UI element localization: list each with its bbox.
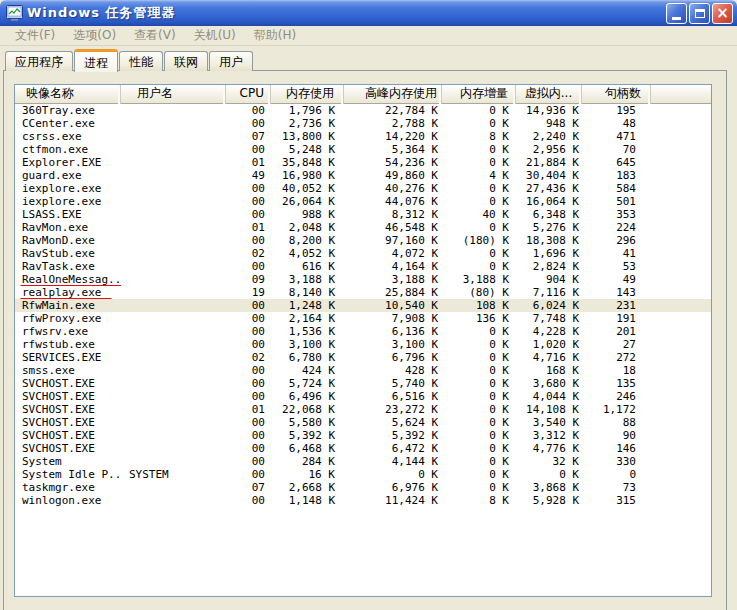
cell-cpu: 00 bbox=[226, 416, 271, 429]
table-row[interactable]: iexplore.exe0040,052 K40,276 K0 K27,436 … bbox=[15, 182, 711, 195]
cell-mem: 13,800 K bbox=[271, 130, 344, 143]
cell-mem: 424 K bbox=[271, 364, 344, 377]
table-row[interactable]: SVCHOST.EXE006,468 K6,472 K0 K4,776 K146 bbox=[15, 442, 711, 455]
menu-help[interactable]: 帮助(H) bbox=[245, 25, 305, 46]
tab-processes[interactable]: 进程 bbox=[74, 49, 118, 72]
cell-mem: 3,188 K bbox=[271, 273, 344, 286]
cell-user bbox=[121, 156, 226, 169]
table-row[interactable]: smss.exe00424 K428 K0 K168 K18 bbox=[15, 364, 711, 377]
minimize-button[interactable] bbox=[666, 3, 687, 24]
cell-virtual: 7,748 K bbox=[516, 312, 582, 325]
cell-peak: 4,164 K bbox=[344, 260, 442, 273]
column-header-peak-mem[interactable]: 高峰内存使用 bbox=[344, 85, 442, 104]
cell-mem: 3,100 K bbox=[271, 338, 344, 351]
column-header-user-name[interactable]: 用户名 bbox=[121, 85, 226, 104]
cell-mem: 35,848 K bbox=[271, 156, 344, 169]
cell-delta: 3,188 K bbox=[442, 273, 516, 286]
cell-user bbox=[121, 351, 226, 364]
cell-mem: 5,248 K bbox=[271, 143, 344, 156]
table-row[interactable]: SVCHOST.EXE005,580 K5,624 K0 K3,540 K88 bbox=[15, 416, 711, 429]
table-row[interactable]: RavStub.exe024,052 K4,072 K0 K1,696 K41 bbox=[15, 247, 711, 260]
cell-user bbox=[121, 325, 226, 338]
table-row[interactable]: RavTask.exe00616 K4,164 K0 K2,824 K53 bbox=[15, 260, 711, 273]
menu-options[interactable]: 选项(O) bbox=[64, 25, 125, 46]
tab-users[interactable]: 用户 bbox=[209, 51, 253, 71]
table-row[interactable]: SVCHOST.EXE006,496 K6,516 K0 K4,044 K246 bbox=[15, 390, 711, 403]
cell-cpu: 00 bbox=[226, 468, 271, 481]
process-list: 映像名称 用户名 CPU 内存使用 高峰内存使用 内存增量 虚拟内... 句柄数… bbox=[14, 84, 712, 597]
tab-applications[interactable]: 应用程序 bbox=[5, 51, 73, 71]
cell-cpu: 00 bbox=[226, 455, 271, 468]
cell-virtual: 2,956 K bbox=[516, 143, 582, 156]
maximize-button[interactable] bbox=[689, 3, 710, 24]
tab-networking[interactable]: 联网 bbox=[164, 51, 208, 71]
tab-performance[interactable]: 性能 bbox=[119, 51, 163, 71]
cell-handles: 49 bbox=[582, 273, 651, 286]
table-row[interactable]: csrss.exe0713,800 K14,220 K8 K2,240 K471 bbox=[15, 130, 711, 143]
table-row[interactable]: Explorer.EXE0135,848 K54,236 K0 K21,884 … bbox=[15, 156, 711, 169]
cell-peak: 49,860 K bbox=[344, 169, 442, 182]
cell-delta: 8 K bbox=[442, 494, 516, 507]
close-button[interactable]: × bbox=[712, 3, 733, 24]
menu-view[interactable]: 查看(V) bbox=[125, 25, 185, 46]
table-row[interactable]: rfwProxy.exe002,164 K7,908 K136 K7,748 K… bbox=[15, 312, 711, 325]
cell-user bbox=[121, 260, 226, 273]
cell-delta: 4 K bbox=[442, 169, 516, 182]
table-row[interactable]: taskmgr.exe072,668 K6,976 K0 K3,868 K73 bbox=[15, 481, 711, 494]
column-header-handles[interactable]: 句柄数 bbox=[582, 85, 651, 104]
cell-handles: 471 bbox=[582, 130, 651, 143]
table-row[interactable]: System Idle P...SYSTEM0016 K0 K0 K0 K0 bbox=[15, 468, 711, 481]
table-row[interactable]: 360Tray.exe001,796 K22,784 K0 K14,936 K1… bbox=[15, 104, 711, 117]
menu-shutdown[interactable]: 关机(U) bbox=[185, 25, 245, 46]
cell-user bbox=[121, 169, 226, 182]
column-header-mem-usage[interactable]: 内存使用 bbox=[271, 85, 344, 104]
cell-peak: 23,272 K bbox=[344, 403, 442, 416]
table-row[interactable]: rfwsrv.exe001,536 K6,136 K0 K4,228 K201 bbox=[15, 325, 711, 338]
cell-virtual: 948 K bbox=[516, 117, 582, 130]
cell-peak: 97,160 K bbox=[344, 234, 442, 247]
cell-delta: 0 K bbox=[442, 104, 516, 117]
table-row[interactable]: SVCHOST.EXE005,724 K5,740 K0 K3,680 K135 bbox=[15, 377, 711, 390]
table-row[interactable]: SVCHOST.EXE005,392 K5,392 K0 K3,312 K90 bbox=[15, 429, 711, 442]
cell-peak: 6,976 K bbox=[344, 481, 442, 494]
cell-virtual: 0 K bbox=[516, 468, 582, 481]
cell-name: guard.exe bbox=[15, 169, 121, 182]
titlebar[interactable]: Windows 任务管理器 × bbox=[0, 0, 737, 26]
table-row[interactable]: realplay.exe198,140 K25,884 K(80) K7,116… bbox=[15, 286, 711, 299]
cell-delta: (180) K bbox=[442, 234, 516, 247]
table-row[interactable]: SERVICES.EXE026,780 K6,796 K0 K4,716 K27… bbox=[15, 351, 711, 364]
table-row[interactable]: rfwstub.exe003,100 K3,100 K0 K1,020 K27 bbox=[15, 338, 711, 351]
table-row[interactable]: iexplore.exe0026,064 K44,076 K0 K16,064 … bbox=[15, 195, 711, 208]
table-row[interactable]: RealOneMessag...093,188 K3,188 K3,188 K9… bbox=[15, 273, 711, 286]
tab-strip: 应用程序 进程 性能 联网 用户 bbox=[5, 48, 254, 71]
column-header-cpu[interactable]: CPU bbox=[226, 85, 271, 104]
table-row[interactable]: System00284 K4,144 K0 K32 K330 bbox=[15, 455, 711, 468]
table-row[interactable]: SVCHOST.EXE0122,068 K23,272 K0 K14,108 K… bbox=[15, 403, 711, 416]
cell-virtual: 1,020 K bbox=[516, 338, 582, 351]
cell-cpu: 00 bbox=[226, 312, 271, 325]
table-row[interactable]: LSASS.EXE00988 K8,312 K40 K6,348 K353 bbox=[15, 208, 711, 221]
table-row[interactable]: ctfmon.exe005,248 K5,364 K0 K2,956 K70 bbox=[15, 143, 711, 156]
cell-peak: 4,144 K bbox=[344, 455, 442, 468]
table-row[interactable]: RavMonD.exe008,200 K97,160 K(180) K18,30… bbox=[15, 234, 711, 247]
cell-peak: 8,312 K bbox=[344, 208, 442, 221]
cell-virtual: 3,868 K bbox=[516, 481, 582, 494]
table-row[interactable]: RavMon.exe012,048 K46,548 K0 K5,276 K224 bbox=[15, 221, 711, 234]
table-row[interactable]: CCenter.exe002,736 K2,788 K0 K948 K48 bbox=[15, 117, 711, 130]
cell-mem: 1,148 K bbox=[271, 494, 344, 507]
table-row[interactable]: winlogon.exe001,148 K11,424 K8 K5,928 K3… bbox=[15, 494, 711, 507]
table-row[interactable]: guard.exe4916,980 K49,860 K4 K30,404 K18… bbox=[15, 169, 711, 182]
cell-name: RfwMain.exe bbox=[15, 299, 121, 312]
cell-user bbox=[121, 364, 226, 377]
table-row[interactable]: RfwMain.exe001,248 K10,540 K108 K6,024 K… bbox=[15, 299, 711, 312]
red-underline-annotation bbox=[20, 285, 121, 286]
column-header-image-name[interactable]: 映像名称 bbox=[15, 85, 121, 104]
cell-user bbox=[121, 442, 226, 455]
cell-cpu: 01 bbox=[226, 221, 271, 234]
column-header-virtual-mem[interactable]: 虚拟内... bbox=[516, 85, 582, 104]
column-header-mem-delta[interactable]: 内存增量 bbox=[442, 85, 516, 104]
cell-delta: 40 K bbox=[442, 208, 516, 221]
cell-name: RavStub.exe bbox=[15, 247, 121, 260]
menu-file[interactable]: 文件(F) bbox=[6, 25, 64, 46]
cell-delta: 0 K bbox=[442, 117, 516, 130]
